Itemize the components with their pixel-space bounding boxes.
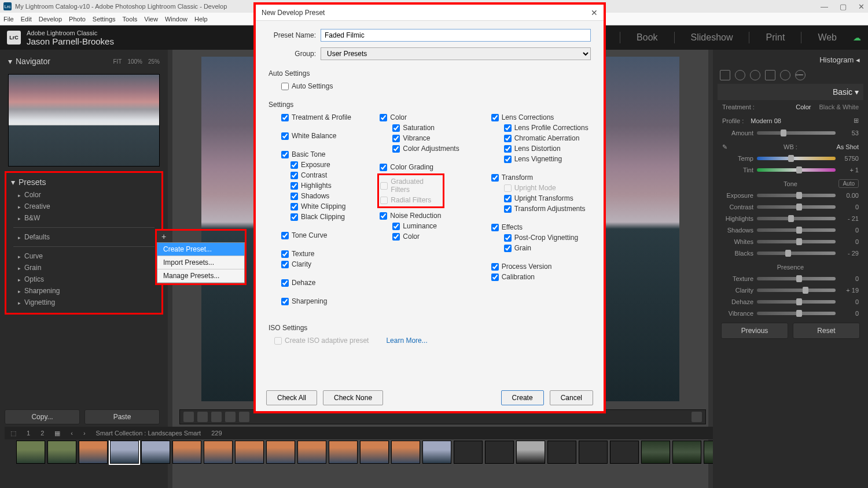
cb-grain[interactable]	[504, 245, 512, 252]
navigator-header[interactable]: ▾ Navigator FIT 100% 25%	[5, 53, 163, 69]
cb-texture[interactable]	[281, 250, 289, 258]
temp-slider[interactable]	[757, 157, 836, 160]
preset-group-optics[interactable]: Optics	[8, 273, 160, 285]
module-print[interactable]: Print	[766, 32, 785, 43]
thumbnail[interactable]	[579, 441, 608, 464]
cb-iso-adaptive[interactable]	[274, 337, 282, 345]
cb-transform[interactable]	[491, 174, 499, 182]
cb-color[interactable]	[380, 114, 387, 121]
before-after-icon[interactable]	[211, 412, 222, 422]
clarity-slider[interactable]	[757, 289, 836, 292]
vibrance-slider[interactable]	[757, 312, 836, 315]
dehaze-slider[interactable]	[757, 300, 836, 304]
cb-vibrance[interactable]	[392, 135, 400, 142]
cancel-button[interactable]: Cancel	[550, 390, 593, 405]
check-all-button[interactable]: Check All	[266, 390, 317, 405]
cb-lens-profile[interactable]	[504, 124, 512, 132]
blacks-slider[interactable]	[757, 252, 836, 255]
thumbnail[interactable]	[672, 441, 701, 464]
profile-select[interactable]: Modern 08	[751, 117, 781, 124]
preset-group-sharpening[interactable]: Sharpening	[8, 285, 160, 297]
cb-white-clipping[interactable]	[290, 203, 298, 210]
thumbnail[interactable]	[266, 441, 295, 464]
thumbnail[interactable]	[297, 441, 326, 464]
redeye-tool-icon[interactable]	[750, 70, 760, 80]
thumbnail[interactable]	[610, 441, 639, 464]
treatment-bw[interactable]: Black & White	[819, 103, 859, 110]
close-button[interactable]: ✕	[858, 2, 865, 11]
group-select[interactable]: User Presets	[321, 47, 591, 60]
thumbnail[interactable]	[641, 441, 670, 464]
learn-more-link[interactable]: Learn More...	[386, 337, 427, 345]
cb-transform-adjustments[interactable]	[504, 205, 512, 213]
auto-button[interactable]: Auto	[838, 179, 859, 188]
menu-help[interactable]: Help	[194, 16, 208, 23]
zoom-25[interactable]: 25%	[148, 58, 160, 65]
whites-slider[interactable]	[757, 240, 836, 243]
cb-lens-corrections[interactable]	[491, 114, 499, 121]
preset-group-color[interactable]: Color	[8, 189, 160, 201]
menu-import-presets[interactable]: Import Presets...	[157, 256, 244, 269]
cb-clarity[interactable]	[281, 261, 289, 268]
cb-treatment[interactable]	[281, 114, 289, 121]
crop-tool-icon[interactable]	[720, 70, 730, 80]
spot-tool-icon[interactable]	[735, 70, 745, 80]
preset-group-curve[interactable]: Curve	[8, 250, 160, 262]
cb-basic-tone[interactable]	[281, 151, 289, 158]
second-window-icon-2[interactable]: 2	[41, 430, 44, 437]
cb-saturation[interactable]	[392, 124, 400, 132]
cb-sharpening[interactable]	[281, 298, 289, 305]
wb-select[interactable]: As Shot	[836, 143, 859, 150]
next-arrow-icon[interactable]: ›	[83, 430, 86, 437]
menu-view[interactable]: View	[144, 16, 158, 23]
cb-color-grading[interactable]	[380, 164, 387, 171]
thumbnail[interactable]	[16, 441, 45, 464]
thumbnail[interactable]	[422, 441, 451, 464]
cb-color-adjustments[interactable]	[392, 145, 400, 153]
graduated-tool-icon[interactable]	[765, 70, 775, 80]
module-web[interactable]: Web	[818, 32, 837, 43]
menu-edit[interactable]: Edit	[21, 16, 32, 23]
thumbnail[interactable]	[547, 441, 576, 464]
brush-tool-icon[interactable]: ◦─	[795, 70, 806, 80]
cb-shadows[interactable]	[290, 193, 298, 200]
paste-button[interactable]: Paste	[84, 409, 160, 424]
cb-dehaze[interactable]	[281, 279, 289, 287]
cb-luminance[interactable]	[392, 223, 400, 230]
navigator-preview[interactable]	[8, 74, 160, 167]
preset-group-defaults[interactable]: Defaults	[8, 231, 160, 243]
thumbnail[interactable]	[454, 441, 483, 464]
minimize-button[interactable]: —	[821, 2, 828, 11]
presets-header[interactable]: ▾ Presets	[8, 175, 160, 189]
eyedropper-icon[interactable]: ✎	[722, 143, 727, 151]
auto-settings-checkbox[interactable]	[281, 83, 289, 90]
cb-chromatic[interactable]	[504, 135, 512, 142]
cb-highlights[interactable]	[290, 182, 298, 190]
cb-effects[interactable]	[491, 224, 499, 231]
menu-develop[interactable]: Develop	[39, 16, 62, 23]
thumbnail[interactable]	[235, 441, 264, 464]
add-preset-button[interactable]: +	[157, 231, 171, 242]
thumbnail[interactable]	[141, 441, 170, 464]
profile-browser-icon[interactable]: ⊞	[854, 117, 859, 124]
cb-contrast[interactable]	[290, 172, 298, 179]
thumbnail[interactable]	[516, 441, 545, 464]
dialog-close-button[interactable]: ✕	[591, 8, 598, 17]
menu-create-preset[interactable]: Create Preset...	[157, 243, 244, 256]
flag-icon[interactable]	[239, 412, 249, 422]
preset-name-input[interactable]	[321, 29, 591, 42]
cloud-sync-icon[interactable]: ☁	[853, 33, 861, 42]
menu-file[interactable]: File	[3, 16, 14, 23]
cb-noise-color[interactable]	[392, 233, 400, 241]
cb-calibration[interactable]	[491, 273, 499, 281]
cb-noise-reduction[interactable]	[380, 212, 387, 220]
menu-manage-presets[interactable]: Manage Presets...	[157, 269, 244, 283]
shadows-slider[interactable]	[757, 228, 836, 232]
texture-slider[interactable]	[757, 277, 836, 280]
prev-arrow-icon[interactable]: ‹	[71, 430, 73, 437]
thumbnail[interactable]	[204, 441, 233, 464]
thumbnail-selected[interactable]	[110, 441, 139, 464]
cb-radial-filters[interactable]	[380, 197, 388, 204]
thumbnail[interactable]	[172, 441, 201, 464]
menu-photo[interactable]: Photo	[69, 16, 86, 23]
